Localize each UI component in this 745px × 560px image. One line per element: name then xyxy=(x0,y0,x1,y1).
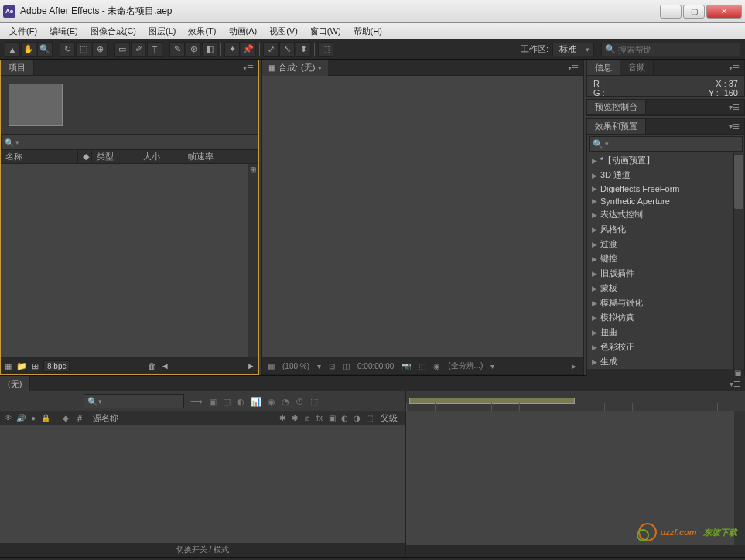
composition-viewer[interactable] xyxy=(262,76,583,357)
zoom-tool[interactable]: 🔍 xyxy=(37,42,53,57)
project-tab[interactable]: 项目 xyxy=(1,60,34,75)
effects-tab[interactable]: 效果和预置 xyxy=(587,119,646,134)
rotate-tool[interactable]: ↻ xyxy=(60,42,75,57)
workspace-dropdown[interactable]: 标准 xyxy=(552,43,594,56)
fx-item-3d[interactable]: ▶3D 通道 xyxy=(587,168,744,183)
channel-icon[interactable]: ◉ xyxy=(431,362,443,370)
menu-view[interactable]: 视图(V) xyxy=(265,24,302,39)
fx-item-distort[interactable]: ▶扭曲 xyxy=(587,325,744,340)
safe-zone-icon[interactable]: ⊡ xyxy=(326,362,337,370)
brush-tool[interactable]: ✎ xyxy=(169,42,185,57)
mask-icon[interactable]: ◫ xyxy=(340,362,352,370)
visibility-icon[interactable]: 👁 xyxy=(3,414,14,422)
motion-blur-icon[interactable]: ◐ xyxy=(237,397,244,407)
audio-icon[interactable]: 🔊 xyxy=(15,414,26,422)
project-search[interactable]: 🔍 ▾ xyxy=(1,135,258,150)
fx-item-generate[interactable]: ▶生成 xyxy=(587,354,744,369)
menu-window[interactable]: 窗口(W) xyxy=(306,24,346,39)
timeline-layers[interactable] xyxy=(0,425,405,543)
local-axis-button[interactable]: ⤢ xyxy=(263,42,279,57)
menu-help[interactable]: 帮助(H) xyxy=(349,24,387,39)
menu-layer[interactable]: 图层(L) xyxy=(144,24,180,39)
help-search[interactable]: 🔍 xyxy=(601,43,740,56)
timeline-switch-mode[interactable]: 切换开关 / 模式 xyxy=(0,543,405,557)
fx-item-matte[interactable]: ▶蒙板 xyxy=(587,281,744,295)
effects-search[interactable]: 🔍 ▾ xyxy=(589,136,743,152)
fx-item-transition[interactable]: ▶过渡 xyxy=(587,237,744,251)
preview-tab[interactable]: 预览控制台 xyxy=(587,100,646,114)
scroll-right-icon[interactable]: ► xyxy=(247,361,255,370)
comp-panel-menu[interactable]: ▾☰ xyxy=(563,63,583,72)
pen-tool[interactable]: ✐ xyxy=(131,42,146,57)
clone-tool[interactable]: ⊛ xyxy=(186,42,201,57)
project-scrollbar[interactable] xyxy=(248,164,258,357)
frame-blend-icon[interactable]: ◫ xyxy=(223,397,231,407)
col-name[interactable]: 名称 xyxy=(1,150,78,163)
camera-tool[interactable]: ⬚ xyxy=(76,42,91,57)
help-search-input[interactable] xyxy=(618,45,736,54)
timeline-search[interactable]: 🔍 ▾ xyxy=(84,394,184,408)
menu-animation[interactable]: 动画(A) xyxy=(224,24,262,39)
close-button[interactable]: ✕ xyxy=(706,5,742,19)
project-panel-menu[interactable]: ▾☰ xyxy=(238,63,258,72)
timeline-tab[interactable]: (无) xyxy=(0,376,30,391)
timeline-right-controls[interactable] xyxy=(734,411,745,545)
world-axis-button[interactable]: ⤡ xyxy=(279,42,295,57)
rect-tool[interactable]: ▭ xyxy=(114,42,130,57)
audio-tab[interactable]: 音频 xyxy=(620,60,654,75)
fx-item-obsolete[interactable]: ▶旧版插件 xyxy=(587,266,744,281)
fx-item-synthetic[interactable]: ▶Synthetic Aperture xyxy=(587,195,744,207)
timeline-zoom-bar[interactable] xyxy=(406,545,745,557)
grid-icon[interactable]: ▦ xyxy=(265,362,277,370)
info-tab[interactable]: 信息 xyxy=(587,60,620,75)
minimize-button[interactable]: — xyxy=(660,5,682,19)
effects-panel-menu[interactable]: ▾☰ xyxy=(724,122,744,131)
solo-icon[interactable]: ● xyxy=(28,414,39,422)
hand-tool[interactable]: ✋ xyxy=(21,42,36,57)
resolution-dropdown[interactable]: (全分辨...) xyxy=(446,360,485,371)
col-label[interactable]: ◆ xyxy=(78,150,92,163)
col-parent[interactable]: 父级 xyxy=(376,412,402,424)
scroll-left-icon[interactable]: ◄ xyxy=(161,361,169,370)
hierarchy-icon[interactable]: ⊞ xyxy=(248,166,258,176)
snapshot-icon[interactable]: 📷 xyxy=(399,362,413,370)
comp-tab[interactable]: ▦ 合成: (无) ▾ xyxy=(262,60,328,76)
comp-button-icon[interactable]: ▣ xyxy=(209,397,217,407)
timeline-panel-menu[interactable]: ▾☰ xyxy=(725,380,745,388)
menu-edit[interactable]: 编辑(E) xyxy=(45,24,83,39)
preview-panel-menu[interactable]: ▾☰ xyxy=(724,103,744,111)
graph-icon[interactable]: 📊 xyxy=(251,397,261,407)
effects-scroll-thumb[interactable] xyxy=(734,155,743,209)
zoom-dropdown[interactable]: (100 %) xyxy=(280,362,312,370)
col-source-name[interactable]: 源名称 xyxy=(88,412,123,424)
shy-icon[interactable]: ⟶ xyxy=(190,397,203,407)
scroll-right-icon[interactable]: ► xyxy=(568,362,580,370)
selection-tool[interactable]: ▲ xyxy=(5,42,20,57)
menu-effect[interactable]: 效果(T) xyxy=(183,24,220,39)
fx-item-stylize[interactable]: ▶风格化 xyxy=(587,222,744,237)
trash-icon[interactable]: 🗑 xyxy=(148,361,156,370)
fx-item-digieffects[interactable]: ▶Digieffects FreeForm xyxy=(587,183,744,195)
fx-item-blur[interactable]: ▶模糊与锐化 xyxy=(587,295,744,310)
view-axis-button[interactable]: ⬍ xyxy=(296,42,311,57)
pan-behind-tool[interactable]: ⊕ xyxy=(92,42,108,57)
bpc-button[interactable]: 8 bpc xyxy=(43,360,70,372)
folder-icon[interactable]: 📁 xyxy=(16,361,27,371)
fx-item-simulation[interactable]: ▶模拟仿真 xyxy=(587,310,744,325)
fx-item-expression[interactable]: ▶表达式控制 xyxy=(587,207,744,222)
col-rate[interactable]: 帧速率 xyxy=(183,150,258,163)
col-index[interactable]: # xyxy=(73,414,87,423)
puppet-tool[interactable]: 📌 xyxy=(241,42,256,57)
eraser-tool[interactable]: ◧ xyxy=(202,42,217,57)
lock-icon[interactable]: 🔒 xyxy=(40,414,51,422)
menu-file[interactable]: 文件(F) xyxy=(5,24,42,39)
project-items-area[interactable]: ⊞ xyxy=(1,164,258,357)
maximize-button[interactable]: ▢ xyxy=(683,5,705,19)
brainstorm-icon[interactable]: ◉ xyxy=(268,397,275,407)
col-size[interactable]: 大小 xyxy=(138,150,183,163)
new-comp-icon[interactable]: ⊞ xyxy=(32,361,39,371)
auto-keyframe-icon[interactable]: ◔ xyxy=(282,397,289,407)
text-tool[interactable]: T xyxy=(147,42,162,57)
time-display[interactable]: 0:00:00:00 xyxy=(355,362,396,370)
draft-3d-icon[interactable]: ⬚ xyxy=(310,397,318,407)
